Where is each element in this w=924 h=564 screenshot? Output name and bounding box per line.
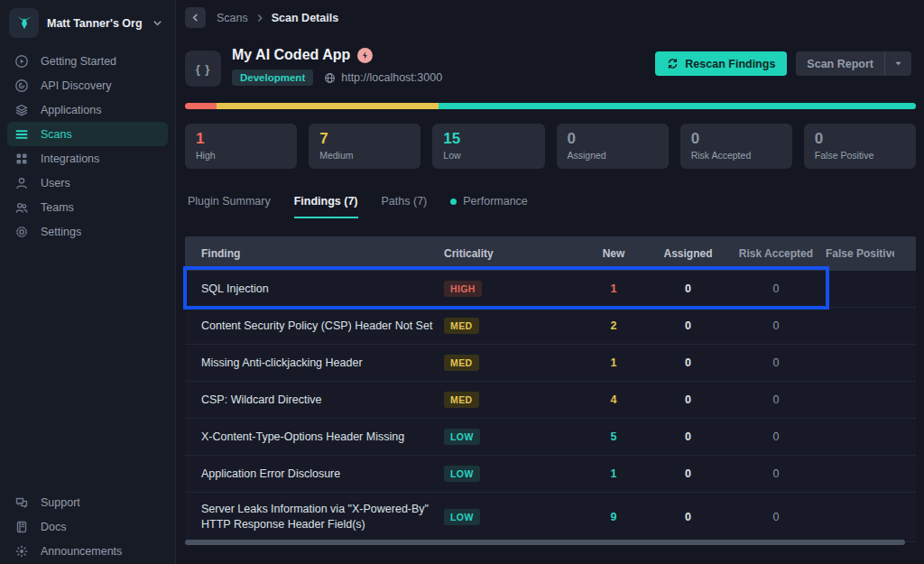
table-row[interactable]: Missing Anti-clickjacking HeaderMED100	[185, 345, 916, 382]
rescan-findings-button[interactable]: Rescan Findings	[655, 51, 787, 76]
bolt-badge-icon	[357, 48, 373, 63]
tab-performance[interactable]: Performance	[450, 195, 528, 218]
new-count: 5	[578, 430, 650, 443]
table-row[interactable]: Application Error DisclosureLOW100	[185, 456, 916, 493]
hawk-logo-icon	[9, 8, 39, 38]
sidebar-item-teams[interactable]: Teams	[7, 195, 168, 219]
team-icon	[14, 200, 29, 215]
stat-card-assigned[interactable]: 0Assigned	[557, 124, 669, 169]
api-discovery-icon	[14, 79, 29, 93]
app-url[interactable]: http://localhost:3000	[341, 71, 442, 84]
sidebar-item-label: Teams	[41, 201, 74, 214]
col-header-criticality[interactable]: Criticality	[444, 247, 578, 260]
col-header-assigned[interactable]: Assigned	[650, 247, 726, 260]
sidebar: Matt Tanner's Org Getting StartedAPI Dis…	[0, 0, 176, 564]
status-dot-icon	[450, 199, 457, 205]
user-icon	[14, 176, 29, 190]
new-count: 1	[578, 282, 650, 295]
stat-label: Assigned	[568, 150, 658, 161]
org-name: Matt Tanner's Org	[47, 17, 143, 30]
col-header-finding[interactable]: Finding	[185, 246, 444, 261]
table-row[interactable]: X-Content-Type-Options Header MissingLOW…	[185, 419, 916, 456]
horizontal-scrollbar[interactable]	[185, 540, 905, 545]
stat-value: 7	[319, 129, 410, 149]
tab-findings-7-[interactable]: Findings (7)	[294, 195, 358, 218]
sidebar-item-label: Users	[41, 177, 70, 190]
severity-segment-medium	[217, 103, 439, 109]
integrations-grid-icon	[14, 152, 29, 166]
criticality-badge: HIGH	[444, 281, 482, 297]
assigned-count: 0	[650, 282, 726, 295]
announcement-icon	[14, 544, 29, 559]
sidebar-item-integrations[interactable]: Integrations	[7, 146, 168, 171]
criticality-badge: LOW	[444, 429, 480, 445]
criticality-badge: LOW	[444, 509, 480, 525]
sidebar-item-label: Getting Started	[41, 55, 116, 68]
stat-card-false-positive[interactable]: 0False Positive	[804, 124, 916, 169]
findings-table: FindingCriticalityNewAssignedRisk Accept…	[185, 236, 916, 542]
sidebar-item-label: Docs	[41, 521, 66, 533]
finding-name[interactable]: X-Content-Type-Options Header Missing	[185, 430, 444, 445]
chat-icon	[14, 495, 29, 510]
assigned-count: 0	[650, 430, 726, 443]
chevron-right-icon	[255, 14, 264, 23]
table-row[interactable]: CSP: Wildcard DirectiveMED400	[185, 382, 916, 419]
stats-row: 1High7Medium15Low0Assigned0Risk Accepted…	[185, 124, 916, 169]
risk-accepted-count: 0	[726, 467, 826, 480]
back-button[interactable]	[185, 7, 206, 28]
scan-report-button[interactable]: Scan Report	[796, 51, 911, 76]
caret-down-icon[interactable]	[884, 51, 911, 76]
tab-plugin-summary[interactable]: Plugin Summary	[188, 195, 271, 218]
sidebar-item-users[interactable]: Users	[7, 171, 168, 195]
finding-name[interactable]: CSP: Wildcard Directive	[185, 393, 444, 408]
col-header-false-positive[interactable]: False Positive	[826, 247, 894, 260]
stat-card-high[interactable]: 1High	[185, 124, 297, 169]
finding-name[interactable]: Content Security Policy (CSP) Header Not…	[185, 319, 444, 334]
stat-label: Medium	[319, 150, 410, 161]
risk-accepted-count: 0	[726, 430, 826, 443]
risk-accepted-count: 0	[726, 356, 826, 369]
tab-label: Paths (7)	[382, 195, 428, 208]
gear-icon	[14, 225, 29, 239]
sidebar-item-applications[interactable]: Applications	[7, 97, 168, 122]
col-header-risk-accepted[interactable]: Risk Accepted	[726, 247, 826, 260]
org-switcher[interactable]: Matt Tanner's Org	[0, 0, 175, 45]
assigned-count: 0	[650, 319, 726, 332]
col-header-new[interactable]: New	[578, 247, 650, 260]
table-row[interactable]: SQL InjectionHIGH100	[185, 271, 916, 308]
stat-card-medium[interactable]: 7Medium	[309, 124, 420, 169]
table-row[interactable]: Server Leaks Information via "X-Powered-…	[185, 493, 916, 542]
applications-stack-icon	[14, 103, 29, 117]
stat-label: False Positive	[815, 150, 905, 161]
sidebar-item-docs[interactable]: Docs	[7, 514, 168, 539]
chevron-down-icon	[152, 18, 162, 28]
globe-icon	[324, 72, 336, 84]
sidebar-item-settings[interactable]: Settings	[7, 219, 168, 244]
stat-value: 0	[691, 129, 781, 149]
new-count: 1	[578, 356, 650, 369]
risk-accepted-count: 0	[726, 319, 826, 332]
assigned-count: 0	[650, 467, 726, 480]
table-row[interactable]: Content Security Policy (CSP) Header Not…	[185, 308, 916, 345]
severity-distribution-bar	[185, 103, 916, 109]
sidebar-item-announcements[interactable]: Announcements	[7, 539, 168, 563]
finding-name[interactable]: SQL Injection	[185, 282, 444, 297]
stat-card-risk-accepted[interactable]: 0Risk Accepted	[680, 124, 792, 169]
breadcrumb-scans-link[interactable]: Scans	[217, 12, 248, 24]
sidebar-item-api-discovery[interactable]: API Discovery	[7, 73, 168, 97]
sidebar-item-support[interactable]: Support	[7, 490, 168, 514]
breadcrumb-current: Scan Details	[272, 12, 338, 24]
sidebar-item-label: Scans	[41, 128, 72, 141]
stat-card-low[interactable]: 15Low	[432, 124, 544, 169]
finding-name[interactable]: Application Error Disclosure	[185, 467, 444, 482]
app-braces-icon: { }	[185, 51, 221, 87]
sidebar-item-getting-started[interactable]: Getting Started	[7, 49, 168, 73]
app-window: Matt Tanner's Org Getting StartedAPI Dis…	[0, 0, 924, 564]
finding-name[interactable]: Missing Anti-clickjacking Header	[185, 356, 444, 371]
stat-label: High	[196, 150, 286, 161]
sidebar-item-scans[interactable]: Scans	[7, 122, 168, 146]
tab-paths-7-[interactable]: Paths (7)	[382, 195, 428, 218]
scans-list-icon	[14, 127, 29, 142]
finding-name[interactable]: Server Leaks Information via "X-Powered-…	[185, 502, 444, 532]
play-circle-icon	[14, 54, 29, 69]
